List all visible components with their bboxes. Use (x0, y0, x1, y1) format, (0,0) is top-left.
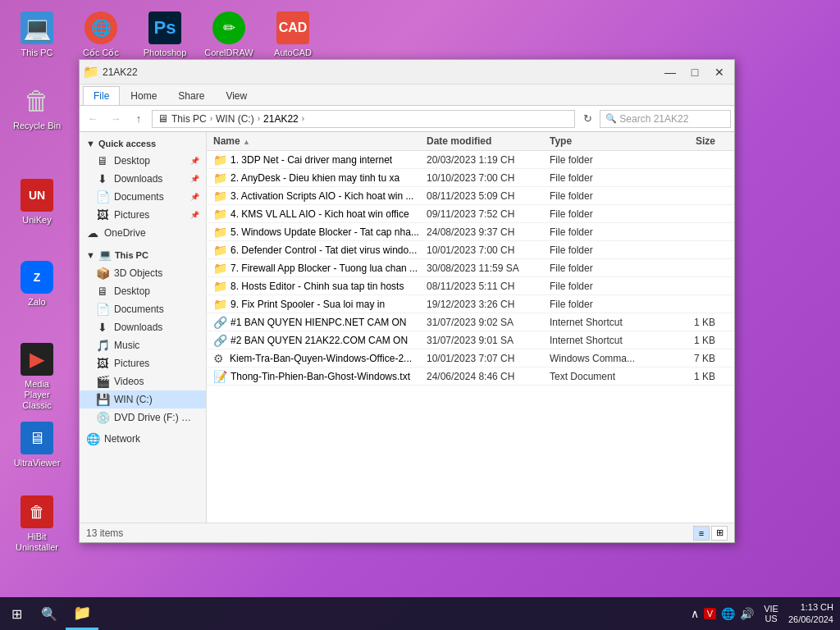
desktop-icon-coreldraw[interactable]: ✏ CorelDRAW (200, 8, 258, 62)
desktop-icon-hibit[interactable]: 🗑 HiBit Uninstaller (8, 492, 66, 556)
desktop-icon-media-player[interactable]: ▶ Media Player Classic (8, 340, 66, 415)
desktop-icon-this-pc[interactable]: 💻 This PC (8, 8, 66, 62)
table-row[interactable]: 🔗 #2 BAN QUYEN 21AK22.COM CAM ON 31/07/2… (207, 331, 734, 349)
search-placeholder: Search 21AK22 (619, 113, 688, 125)
maximize-button[interactable]: □ (683, 63, 706, 81)
sidebar: ▼ Quick access 🖥 Desktop 📌 ⬇ Downloads 📌… (80, 132, 207, 523)
sidebar-item-pictures[interactable]: 🖼 Pictures 📌 (80, 206, 206, 224)
tab-share[interactable]: Share (167, 86, 215, 105)
windows-icon: ⊞ (11, 606, 22, 622)
desktop-icon-unikey[interactable]: UN UniKey (8, 176, 66, 229)
desktop-icon-coc-coc[interactable]: 🌐 Cốc Cốc (72, 8, 130, 62)
sidebar-item-documents[interactable]: 📄 Documents 📌 (80, 188, 206, 206)
table-row[interactable]: ⚙ Kiem-Tra-Ban-Quyen-Windows-Office-2...… (207, 349, 734, 368)
taskbar-clock[interactable]: 1:13 CH 26/06/2024 (782, 601, 840, 627)
col-date-header[interactable]: Date modified (427, 135, 550, 147)
sidebar-onedrive[interactable]: ☁ OneDrive (80, 224, 206, 242)
tab-file[interactable]: File (83, 86, 120, 105)
file-date: 24/08/2023 9:37 CH (427, 226, 550, 238)
search-box[interactable]: 🔍 Search 21AK22 (600, 110, 731, 128)
table-row[interactable]: 📁 5. Windows Update Blocker - Tat cap nh… (207, 223, 734, 241)
this-pc-chevron-icon: ▼ (86, 250, 95, 260)
file-name-text: #1 BAN QUYEN HIENPC.NET CAM ON (231, 317, 407, 328)
details-view-button[interactable]: ≡ (693, 526, 710, 541)
documents2-icon: 📄 (96, 303, 109, 316)
sidebar-item-videos[interactable]: 🎬 Videos (80, 372, 206, 390)
file-type: File folder (550, 208, 656, 220)
sidebar-item-downloads[interactable]: ⬇ Downloads 📌 (80, 170, 206, 188)
address-bar: ← → ↑ 🖥 This PC › WIN (C:) › 21AK22 › ↻ … (80, 106, 734, 132)
file-type: File folder (550, 154, 656, 166)
taskbar-explorer-button[interactable]: 📁 (66, 597, 98, 630)
sidebar-item-desktop[interactable]: 🖥 Desktop 📌 (80, 152, 206, 170)
table-row[interactable]: 📁 2. AnyDesk - Dieu khien may tinh tu xa… (207, 169, 734, 187)
file-size: 1 KB (656, 371, 722, 382)
desktop-icon-photoshop[interactable]: Ps Photoshop (136, 8, 194, 62)
breadcrumb-this-pc[interactable]: This PC (171, 113, 207, 125)
file-date: 09/11/2023 7:52 CH (427, 208, 550, 220)
file-icon: 📝 (213, 370, 227, 383)
table-row[interactable]: 📁 1. 3DP Net - Cai driver mang internet … (207, 151, 734, 169)
address-path[interactable]: 🖥 This PC › WIN (C:) › 21AK22 › (152, 110, 575, 128)
table-row[interactable]: 📁 9. Fix Print Spooler - Sua loi may in … (207, 295, 734, 313)
table-row[interactable]: 📁 6. Defender Control - Tat diet virus w… (207, 241, 734, 259)
close-button[interactable]: ✕ (708, 63, 731, 81)
table-row[interactable]: 📝 Thong-Tin-Phien-Ban-Ghost-Windows.txt … (207, 368, 734, 386)
taskbar-search-button[interactable]: 🔍 (34, 599, 64, 628)
sidebar-item-desktop2[interactable]: 🖥 Desktop (80, 282, 206, 300)
table-row[interactable]: 🔗 #1 BAN QUYEN HIENPC.NET CAM ON 31/07/2… (207, 313, 734, 331)
back-button[interactable]: ← (83, 109, 103, 129)
sidebar-quick-access-header[interactable]: ▼ Quick access (80, 135, 206, 152)
start-button[interactable]: ⊞ (0, 597, 33, 630)
col-type-header[interactable]: Type (550, 135, 656, 147)
network-tray-icon[interactable]: 🌐 (721, 607, 735, 620)
sidebar-item-downloads2[interactable]: ⬇ Downloads (80, 318, 206, 336)
col-size-header[interactable]: Size (656, 135, 722, 147)
ribbon: File Home Share View (80, 84, 734, 106)
large-icons-view-button[interactable]: ⊞ (711, 526, 728, 541)
table-row[interactable]: 📁 8. Hosts Editor - Chinh sua tap tin ho… (207, 277, 734, 295)
sort-arrow-icon: ▲ (243, 138, 250, 146)
sidebar-item-music[interactable]: 🎵 Music (80, 336, 206, 354)
tab-view[interactable]: View (215, 86, 258, 105)
table-row[interactable]: 📁 4. KMS VL ALL AIO - Kich hoat win offi… (207, 205, 734, 223)
col-name-header[interactable]: Name ▲ (213, 135, 427, 147)
desktop-icon-autocad[interactable]: CAD AutoCAD (264, 8, 322, 62)
table-row[interactable]: 📁 7. Firewall App Blocker - Tuong lua ch… (207, 259, 734, 277)
refresh-button[interactable]: ↻ (578, 110, 596, 128)
sidebar-item-3d-objects[interactable]: 📦 3D Objects (80, 264, 206, 282)
tray-chevron-icon[interactable]: ∧ (691, 607, 699, 620)
file-icon: 📁 (213, 226, 227, 239)
language-indicator[interactable]: VIE US (760, 604, 782, 623)
sidebar-this-pc-header[interactable]: ▼ 💻 This PC (80, 245, 206, 264)
sidebar-item-win-c[interactable]: 💾 WIN (C:) (80, 390, 206, 409)
sidebar-item-pictures2[interactable]: 🖼 Pictures (80, 354, 206, 372)
file-type: File folder (550, 244, 656, 256)
table-row[interactable]: 📁 3. Activation Scripts AIO - Kich hoat … (207, 187, 734, 205)
forward-button[interactable]: → (106, 109, 126, 129)
tab-home[interactable]: Home (120, 86, 167, 105)
desktop-icon-ultraviewer[interactable]: 🖥 UltraViewer (8, 418, 66, 472)
sidebar-item-network[interactable]: 🌐 Network (80, 430, 206, 448)
file-icon: ⚙ (213, 352, 226, 365)
desktop-sidebar-icon: 🖥 (96, 154, 109, 167)
file-icon: 📁 (213, 153, 227, 167)
minimize-button[interactable]: — (659, 63, 682, 81)
sidebar-item-documents2[interactable]: 📄 Documents (80, 300, 206, 318)
file-type: Internet Shortcut (550, 317, 656, 328)
win-c-icon: 💾 (96, 393, 109, 406)
file-date: 10/10/2023 7:00 CH (427, 172, 550, 184)
search-icon: 🔍 (605, 113, 617, 124)
desktop-icon-recycle-bin[interactable]: 🗑 Recycle Bin (8, 81, 66, 135)
up-button[interactable]: ↑ (129, 109, 148, 129)
desktop-icon-zalo[interactable]: Z Zalo (8, 258, 66, 311)
breadcrumb-win-c[interactable]: WIN (C:) (216, 113, 254, 125)
sidebar-item-dvd[interactable]: 💿 DVD Drive (F:) Win... (80, 409, 206, 427)
file-type: File folder (550, 226, 656, 238)
file-date: 31/07/2023 9:01 SA (427, 335, 550, 346)
tray-badge-icon[interactable]: V (704, 608, 716, 619)
speaker-tray-icon[interactable]: 🔊 (740, 607, 754, 620)
file-date: 19/12/2023 3:26 CH (427, 299, 550, 310)
breadcrumb-current[interactable]: 21AK22 (263, 113, 299, 125)
file-icon: 📁 (213, 171, 227, 185)
